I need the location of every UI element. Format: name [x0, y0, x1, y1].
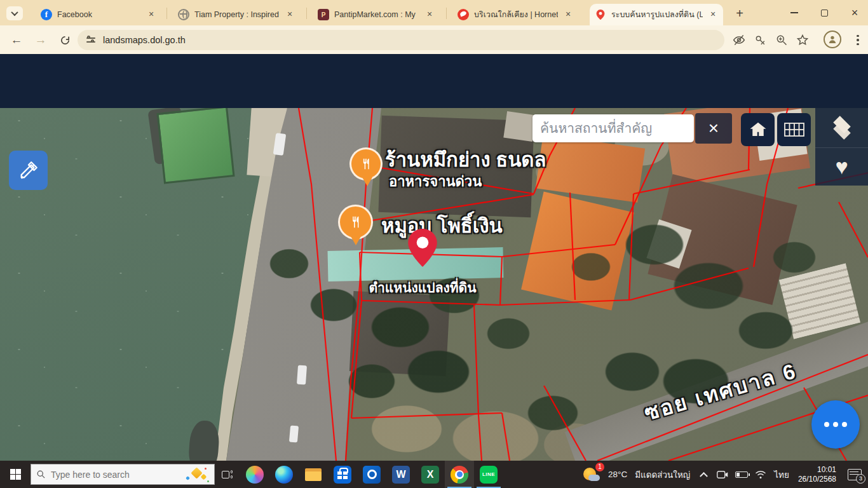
keyboard-language[interactable]: ไทย: [774, 468, 789, 482]
tab-close-icon[interactable]: ×: [424, 10, 435, 20]
forward-button[interactable]: →: [32, 31, 50, 49]
favorites-button[interactable]: ♥: [815, 147, 868, 186]
battery-indicator[interactable]: [733, 461, 750, 488]
excel-icon: X: [421, 466, 439, 484]
task-view-icon: [222, 470, 233, 479]
tab-title: PantipMarket.com : My: [334, 10, 419, 19]
heart-icon: ♥: [835, 154, 848, 179]
grid-icon: [784, 122, 804, 137]
map-viewport[interactable]: ร้านหมึกย่าง ธนดล อาหารจานด่วน หมูอบ โพธ…: [0, 108, 868, 461]
taskbar-copilot-button[interactable]: [240, 461, 269, 488]
browser-toolbar: ← → landsmaps.dol.go.th: [0, 25, 868, 54]
meet-now-button[interactable]: [714, 461, 731, 488]
taskbar-search-box[interactable]: [31, 464, 215, 485]
pantipmarket-favicon-icon: P: [318, 9, 329, 20]
tab-tiam-property[interactable]: Tiam Property : Inspired by L ×: [173, 4, 300, 25]
tab-title: ระบบค้นหารูปแปลงที่ดิน (LandsM: [611, 8, 703, 21]
site-info-icon[interactable]: [86, 35, 97, 45]
measure-tools-button[interactable]: [9, 151, 48, 190]
microsoft-store-icon: [334, 466, 351, 484]
browser-tab-strip: f Facebook × Tiam Property : Inspired by…: [0, 0, 868, 25]
map-search-close-button[interactable]: ×: [695, 113, 732, 144]
profile-avatar[interactable]: [824, 30, 841, 48]
taskbar-line-button[interactable]: LINE: [474, 461, 503, 488]
taskbar-file-explorer-button[interactable]: [299, 461, 328, 488]
url-text: landsmaps.dol.go.th: [103, 35, 186, 45]
tab-close-icon[interactable]: ×: [563, 10, 573, 20]
address-bar[interactable]: landsmaps.dol.go.th: [78, 30, 724, 50]
tab-close-icon[interactable]: ×: [285, 10, 295, 20]
new-tab-button[interactable]: +: [731, 5, 749, 23]
tab-pantipmarket[interactable]: P PantipMarket.com : My ×: [313, 4, 440, 25]
windows-logo-icon: [10, 469, 21, 480]
map-label-parcel-position: ตำแหน่งแปลงที่ดิน: [359, 277, 486, 298]
password-key-icon[interactable]: [752, 32, 769, 48]
taskbar-excel-button[interactable]: X: [416, 461, 445, 488]
restaurant-poi-marker[interactable]: [338, 205, 373, 240]
zoom-icon[interactable]: [773, 32, 790, 48]
map-pin-favicon-icon: [595, 9, 606, 20]
building-dark-house: [349, 291, 450, 376]
layers-button[interactable]: [815, 108, 868, 147]
tracker-blocked-icon[interactable]: [731, 32, 747, 48]
camera-icon: [717, 470, 728, 479]
window-minimize-button[interactable]: [783, 4, 805, 22]
weather-temperature[interactable]: 28°C: [608, 470, 627, 479]
layers-panel: ♥: [815, 108, 868, 186]
notification-center-button[interactable]: 3: [843, 461, 867, 488]
search-icon: [36, 470, 46, 479]
notification-icon: 3: [848, 469, 862, 480]
restaurant-poi-marker[interactable]: [349, 147, 383, 180]
tab-close-icon[interactable]: ×: [708, 10, 718, 20]
tab-title: Tiam Property : Inspired by L: [194, 10, 280, 19]
landsmaps-header: LandsMaps TH EN: [0, 54, 868, 108]
taskbar-edge-button[interactable]: [269, 461, 299, 488]
notification-badge: 3: [856, 474, 865, 484]
home-extent-button[interactable]: [741, 113, 775, 146]
clock[interactable]: 10:01 26/10/2568: [798, 465, 836, 484]
browser-menu-button[interactable]: [853, 32, 863, 48]
taskbar-word-button[interactable]: W: [386, 461, 416, 488]
taskbar-search-input[interactable]: [51, 470, 146, 480]
pencil-ruler-icon: [18, 159, 39, 181]
building-light-roof: [503, 111, 536, 142]
tray-overflow-button[interactable]: [695, 461, 712, 488]
weather-description[interactable]: มีแดดส่วนใหญ่: [635, 468, 690, 482]
bing-sparkle-icon: [184, 466, 209, 483]
maximize-icon: [821, 10, 828, 17]
grid-layout-button[interactable]: [777, 113, 811, 146]
weather-widget[interactable]: 1: [581, 461, 603, 488]
start-button[interactable]: [0, 461, 31, 488]
back-button[interactable]: ←: [8, 31, 25, 49]
outlook-icon: [363, 466, 381, 484]
tab-separator: [446, 8, 447, 19]
reload-button[interactable]: [56, 31, 74, 49]
taskbar-outlook-button[interactable]: [357, 461, 386, 488]
copilot-icon: [246, 466, 264, 484]
window-close-button[interactable]: ×: [844, 4, 865, 22]
task-view-button[interactable]: [215, 461, 240, 488]
reload-icon: [60, 35, 71, 46]
tab-search-button[interactable]: [6, 6, 23, 20]
restaurant-icon: [360, 158, 372, 170]
weather-badge: 1: [595, 463, 604, 471]
line-icon: LINE: [480, 466, 498, 484]
bookmark-star-icon[interactable]: [794, 32, 811, 48]
taskbar-chrome-button[interactable]: [445, 461, 474, 488]
tab-close-icon[interactable]: ×: [146, 10, 156, 20]
wifi-icon: [755, 470, 766, 479]
window-maximize-button[interactable]: [813, 4, 835, 22]
facebook-favicon-icon: f: [41, 9, 52, 20]
tab-separator: [306, 8, 307, 19]
tab-facebook[interactable]: f Facebook ×: [36, 4, 161, 25]
tab-hornet[interactable]: บริเวณใกล้เคียง | Hornet, the C ×: [452, 4, 578, 25]
tab-separator: [166, 8, 167, 19]
map-search-input[interactable]: [532, 114, 694, 142]
windows-taskbar: W X LINE 1 28°C มีแดดส่วนใหญ่ ไทย 1: [0, 461, 868, 488]
vehicle: [289, 425, 299, 442]
map-label-restaurant2: หมูอบ โพธิ์เงิน: [381, 210, 503, 241]
taskbar-store-button[interactable]: [328, 461, 357, 488]
more-actions-fab[interactable]: [811, 400, 860, 449]
tab-landsmaps-active[interactable]: ระบบค้นหารูปแปลงที่ดิน (LandsM ×: [590, 4, 723, 25]
network-indicator[interactable]: [752, 461, 769, 488]
